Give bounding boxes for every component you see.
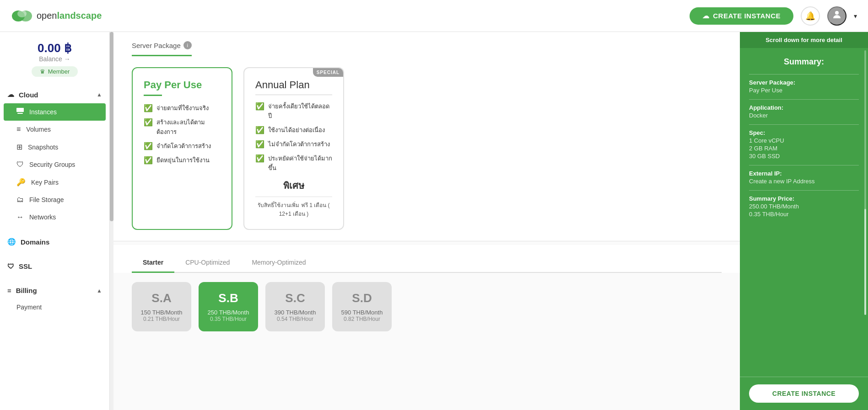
sidebar-item-snapshots[interactable]: ⊞ Snapshots — [0, 138, 109, 156]
sidebar-item-volumes[interactable]: ≡ Volumes — [0, 121, 109, 138]
sidebar-item-file-storage[interactable]: 🗂 File Storage — [0, 191, 109, 208]
check-icon: ✅ — [255, 102, 264, 111]
sidebar-item-payment[interactable]: Payment — [0, 299, 109, 315]
instance-card-name: S.D — [340, 291, 384, 305]
pay-per-use-title: Pay Per Use — [144, 79, 221, 91]
scroll-down-banner[interactable]: Scroll down for more detail — [740, 32, 868, 48]
plan-feature: ✅ ไม่จำกัดโควต้าการสร้าง — [255, 139, 332, 149]
summary-title: Summary: — [749, 57, 859, 67]
logo-icon — [11, 10, 33, 22]
check-icon: ✅ — [144, 118, 153, 127]
ssl-header[interactable]: 🛡 SSL — [0, 258, 109, 275]
ssl-section: 🛡 SSL — [0, 254, 109, 278]
sidebar: 0.00 ฿ Balance → ♛ Member ☁ Cloud ▲ Inst… — [0, 32, 110, 410]
plan-cards: Pay Per Use ✅ จ่ายตามที่ใช้งานจริง ✅ สร้… — [132, 56, 722, 241]
billing-chevron: ▲ — [97, 288, 102, 294]
domains-header[interactable]: 🌐 Domains — [0, 233, 109, 250]
svg-rect-5 — [17, 113, 23, 114]
user-menu-chevron[interactable]: ▾ — [854, 12, 857, 20]
server-package-label: Server Package: — [749, 79, 859, 86]
user-avatar-button[interactable] — [827, 6, 846, 26]
summary-price-value: 250.00 THB/Month — [749, 203, 859, 210]
content-area: Server Package i Pay Per Use ✅ จ่ายตามที… — [110, 32, 868, 410]
billing-section: ≡ Billing ▲ Payment — [0, 278, 109, 319]
instance-card-price: 590 THB/Month — [340, 309, 384, 316]
instance-card-rate: 0.54 THB/Hour — [273, 316, 318, 322]
crown-icon: ♛ — [40, 68, 45, 75]
info-icon[interactable]: i — [183, 41, 192, 49]
summary-price-label: Summary Price: — [749, 195, 859, 202]
sidebar-item-instances[interactable]: Instances — [4, 103, 106, 121]
snapshots-icon: ⊞ — [16, 143, 22, 151]
avatar-icon — [831, 9, 842, 23]
svg-rect-4 — [16, 108, 24, 112]
spec-tabs: Starter CPU-Optimized Memory-Optimized — [132, 254, 722, 273]
sidebar-item-key-pairs[interactable]: 🔑 Key Pairs — [0, 173, 109, 191]
svg-point-2 — [17, 10, 27, 17]
annual-plan-card[interactable]: SPECIAL Annual Plan ✅ จ่ายครั้งเดียวใช้ไ… — [243, 67, 344, 230]
main-content: Server Package i Pay Per Use ✅ จ่ายตามที… — [113, 32, 740, 410]
plan-feature: ✅ ประหยัดค่าใช้จ่ายได้มากขึ้น — [255, 154, 332, 173]
instance-card-sd[interactable]: S.D 590 THB/Month 0.82 THB/Hour — [332, 282, 392, 331]
summary-scrollbar[interactable] — [864, 50, 866, 315]
spec-cpu: 1 Core vCPU — [749, 137, 859, 144]
balance-label[interactable]: Balance → — [9, 55, 100, 63]
plan-feature: ✅ จ่ายครั้งเดียวใช้ได้ตลอดปี — [255, 101, 332, 121]
instance-card-sa[interactable]: S.A 150 THB/Month 0.21 THB/Hour — [132, 282, 191, 331]
spec-ssd: 30 GB SSD — [749, 153, 859, 160]
sidebar-item-security-groups[interactable]: 🛡 Security Groups — [0, 156, 109, 173]
summary-row-price: Summary Price: 250.00 THB/Month 0.35 THB… — [749, 195, 859, 218]
application-label: Application: — [749, 104, 859, 111]
tab-starter[interactable]: Starter — [132, 254, 174, 273]
create-instance-header-button[interactable]: ☁ CREATE INSTANCE — [690, 7, 793, 25]
billing-icon: ≡ — [7, 287, 11, 294]
instance-card-sb[interactable]: S.B 250 THB/Month 0.35 THB/Hour — [199, 282, 258, 331]
ssl-icon: 🛡 — [7, 262, 14, 270]
file-storage-icon: 🗂 — [16, 196, 24, 204]
tab-memory-optimized[interactable]: Memory-Optimized — [241, 254, 317, 273]
billing-header[interactable]: ≡ Billing ▲ — [0, 282, 109, 299]
spec-ram: 2 GB RAM — [749, 145, 859, 152]
tab-cpu-optimized[interactable]: CPU-Optimized — [174, 254, 241, 273]
create-instance-summary-button[interactable]: CREATE INSTANCE — [749, 384, 859, 403]
server-package-section: Server Package i Pay Per Use ✅ จ่ายตามที… — [113, 32, 740, 241]
summary-row-application: Application: Docker — [749, 104, 859, 119]
notification-bell-button[interactable]: 🔔 — [801, 6, 820, 26]
plan-feature: ✅ จำกัดโควต้าการสร้าง — [144, 141, 221, 151]
annual-plan-title: Annual Plan — [255, 79, 332, 91]
summary-row-server-package: Server Package: Pay Per Use — [749, 79, 859, 94]
external-ip-label: External IP: — [749, 170, 859, 177]
server-package-tab[interactable]: Server Package i — [132, 41, 192, 56]
summary-bottom: CREATE INSTANCE — [740, 377, 868, 410]
pay-per-use-card[interactable]: Pay Per Use ✅ จ่ายตามที่ใช้งานจริง ✅ สร้… — [132, 67, 232, 230]
instance-card-sc[interactable]: S.C 390 THB/Month 0.54 THB/Hour — [265, 282, 325, 331]
check-icon: ✅ — [144, 156, 153, 165]
server-package-value: Pay Per Use — [749, 87, 859, 94]
sidebar-item-networks[interactable]: ↔ Networks — [0, 208, 109, 226]
summary-content: Summary: Server Package: Pay Per Use App… — [740, 48, 868, 377]
header-right: ☁ CREATE INSTANCE 🔔 ▾ — [690, 6, 857, 26]
instance-card-rate: 0.35 THB/Hour — [206, 316, 251, 322]
check-icon: ✅ — [255, 140, 264, 149]
summary-row-external-ip: External IP: Create a new IP Address — [749, 170, 859, 185]
networks-icon: ↔ — [16, 213, 24, 221]
annual-special-label: พิเศษ — [255, 178, 332, 193]
cloud-section-chevron: ▲ — [97, 91, 102, 98]
external-ip-value: Create a new IP Address — [749, 178, 859, 185]
cloud-section: ☁ Cloud ▲ Instances ≡ Volumes ⊞ Snapshot… — [0, 82, 109, 229]
instance-card-name: S.B — [206, 291, 251, 305]
instance-card-name: S.C — [273, 291, 318, 305]
cloud-section-icon: ☁ — [7, 91, 14, 99]
check-icon: ✅ — [255, 126, 264, 134]
main-layout: 0.00 ฿ Balance → ♛ Member ☁ Cloud ▲ Inst… — [0, 32, 868, 410]
key-pairs-icon: 🔑 — [16, 178, 26, 186]
cloud-section-header[interactable]: ☁ Cloud ▲ — [0, 86, 109, 103]
instance-card-price: 250 THB/Month — [206, 309, 251, 316]
summary-panel: Scroll down for more detail Summary: Ser… — [740, 32, 868, 410]
top-header: openlandscape ☁ CREATE INSTANCE 🔔 ▾ — [0, 0, 868, 32]
instance-cards: S.A 150 THB/Month 0.21 THB/Hour S.B 250 … — [113, 273, 740, 341]
content-scrollbar[interactable] — [110, 32, 113, 410]
instance-card-rate: 0.82 THB/Hour — [340, 316, 384, 322]
logo-text: openlandscape — [37, 11, 102, 21]
pay-per-use-underline — [144, 95, 162, 96]
